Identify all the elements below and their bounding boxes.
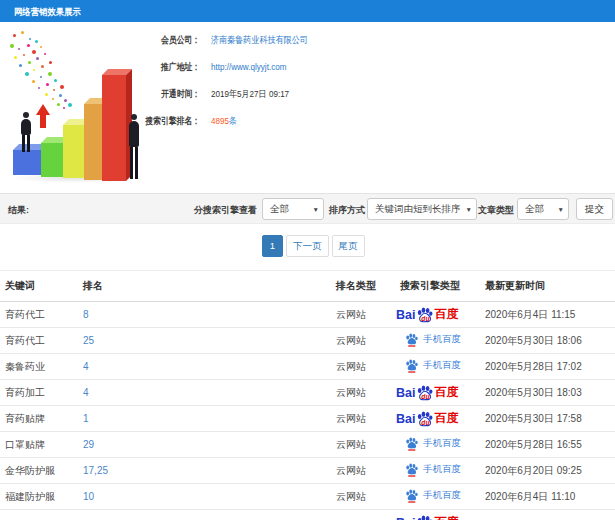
updated-time-cell: 2020年5月30日 18:03 [485,380,615,406]
results-label: 结果: [8,204,29,217]
mobile-baidu-label: 手机百度 [423,359,461,372]
rank-cell[interactable]: 4 [83,354,336,380]
updated-time-cell [485,510,615,520]
rank-type-cell: 云网站 [336,380,400,406]
confetti-dot [40,76,42,78]
chart-bar [13,150,43,175]
pagination: 1下一页尾页 [262,235,368,257]
company-label: 会员公司： [36,33,200,46]
baidu-logo-cn: 百度 [434,514,458,520]
baidu-logo-cn: 百度 [434,306,458,323]
mobile-baidu-paw-icon [405,489,418,503]
submit-button[interactable]: 提交 [576,198,613,220]
engine-cell: Baidu百度 [400,302,485,328]
rank-cell[interactable]: 29 [83,432,336,458]
updated-time-cell: 2020年6月4日 11:15 [485,302,615,328]
rank-cell[interactable] [83,510,336,520]
updated-time-cell: 2020年5月28日 17:02 [485,354,615,380]
mobile-baidu-paw-icon [405,359,418,373]
filter-bar: 结果: 分搜索引擎查看 全部 排序方式 关键词由短到长排序 文章类型 全部 提交 [0,193,615,224]
page-1-button[interactable]: 1 [262,235,283,257]
rank-cell[interactable]: 10 [83,484,336,510]
table-row: 金华防护服 17,25 云网站 手机百度 2020年6月20日 09:25 [0,458,615,484]
table-row: 福建防护服 10 云网站 手机百度 2020年6月4日 11:10 [0,484,615,510]
info-row-company: 会员公司：济南秦鲁药业科技有限公司 [0,33,610,46]
rank-type-cell: 云网站 [336,432,400,458]
confetti-dot [23,54,25,56]
engine-filter-select[interactable]: 全部 [262,198,324,220]
col-keyword: 关键词 [0,271,83,302]
svg-text:du: du [422,392,430,399]
keyword-cell: 育药代工 [0,328,83,354]
engine-cell: Baidu百度 [400,406,485,432]
mobile-baidu-logo: 手机百度 [400,437,461,451]
confetti-dot [14,56,17,59]
mobile-baidu-paw-icon [405,463,418,477]
mobile-baidu-logo: 手机百度 [400,333,461,347]
page-title: 网络营销效果展示 [14,0,81,23]
table-row: 育药贴牌 1 云网站 Baidu百度 2020年5月30日 17:58 [0,406,615,432]
rank-type-cell [336,510,400,520]
engine-cell: Baidu百度 [400,380,485,406]
info-row-open-time: 开通时间：2019年5月27日 09:17 [0,87,610,100]
svg-text:du: du [422,418,430,425]
url-label: 推广地址： [36,60,200,73]
article-type-label: 文章类型 [478,204,514,217]
baidu-logo: Baidu百度 [396,306,458,323]
rank-cell[interactable]: 25 [83,328,336,354]
rank-cell[interactable]: 8 [83,302,336,328]
baidu-logo-bai: Bai [396,516,415,520]
engine-filter-label: 分搜索引擎查看 [194,204,257,217]
sort-select[interactable]: 关键词由短到长排序 [367,198,477,220]
last-page-button[interactable]: 尾页 [332,235,365,257]
rank-type-cell: 云网站 [336,458,400,484]
baidu-logo-cn: 百度 [434,410,458,427]
table-header-row: 关键词 排名 排名类型 搜索引擎类型 最新更新时间 [0,271,615,302]
rank-cell[interactable]: 4 [83,380,336,406]
keyword-cell: 育药代工 [0,302,83,328]
confetti-dot [68,103,72,107]
updated-time-cell: 2020年6月20日 09:25 [485,458,615,484]
mobile-baidu-logo: 手机百度 [400,359,461,373]
col-rank: 排名 [83,271,336,302]
baidu-logo: Baidu百度 [396,514,458,520]
confetti-dot [44,53,46,55]
svg-text:du: du [422,314,430,321]
mobile-baidu-label: 手机百度 [423,333,461,346]
confetti-dot [54,79,57,82]
baidu-logo: Baidu百度 [396,410,458,427]
confetti-dot [32,80,35,83]
engine-cell: 手机百度 [400,484,485,510]
results-table: 关键词 排名 排名类型 搜索引擎类型 最新更新时间 育药代工 8 云网站 Bai… [0,270,615,520]
baidu-logo: Baidu百度 [396,384,458,401]
engine-cell: Baidu百度 [400,510,485,520]
keyword-cell: 育药加工 [0,380,83,406]
open-time-label: 开通时间： [36,87,200,100]
bar-chart-illustration [5,28,153,183]
baidu-paw-icon: du [416,307,433,323]
table-row: 口罩贴牌 29 云网站 手机百度 2020年5月28日 16:55 [0,432,615,458]
engine-cell: 手机百度 [400,354,485,380]
rank-type-cell: 云网站 [336,302,400,328]
rank-count-unit: 条 [229,115,237,126]
rank-cell[interactable]: 1 [83,406,336,432]
baidu-paw-icon: du [416,411,433,427]
confetti-dot [18,48,20,50]
keyword-cell: 秦鲁药业 [0,354,83,380]
next-page-button[interactable]: 下一页 [286,235,329,257]
baidu-logo-bai: Bai [396,412,415,426]
engine-cell: 手机百度 [400,458,485,484]
url-value[interactable]: http://www.qlyyjt.com [211,60,286,73]
table-row: 育药加工 4 云网站 Baidu百度 2020年5月30日 18:03 [0,380,615,406]
mobile-baidu-paw-icon [405,333,418,347]
mobile-baidu-logo: 手机百度 [400,489,461,503]
keyword-cell: 口罩贴牌 [0,432,83,458]
rank-type-cell: 云网站 [336,484,400,510]
company-value[interactable]: 济南秦鲁药业科技有限公司 [211,33,308,46]
info-row-rank-count: 搜索引擎排名：4895条 [0,114,610,127]
article-type-select[interactable]: 全部 [517,198,569,220]
rank-cell[interactable]: 17,25 [83,458,336,484]
updated-time-cell: 2020年5月28日 16:55 [485,432,615,458]
baidu-logo-bai: Bai [396,386,415,400]
mobile-baidu-logo: 手机百度 [400,463,461,477]
